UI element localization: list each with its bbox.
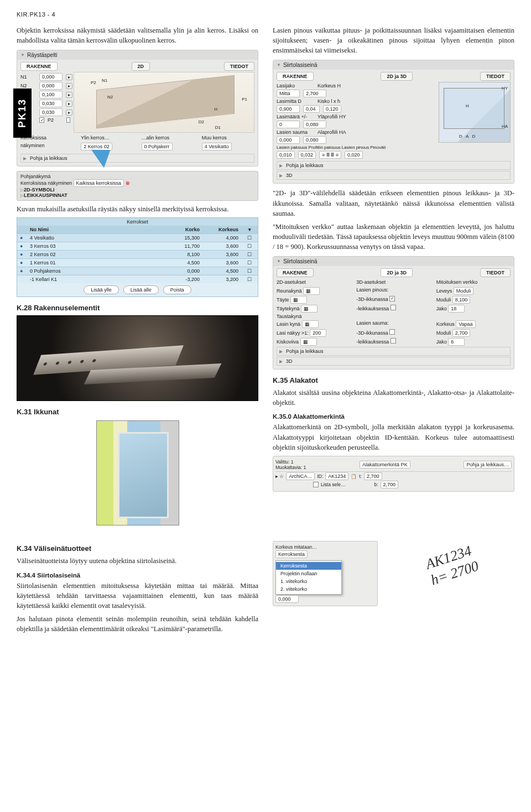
lock-icon[interactable]: ⊗ <box>126 180 130 186</box>
label: Lasin kynä ▦ <box>277 320 351 328</box>
expand-icon[interactable]: ▶ <box>279 349 283 354</box>
dropdown-alin[interactable]: 0 Pohjakerr <box>142 143 173 150</box>
label: Korkeus Vapaa <box>436 320 511 328</box>
stepper-icon[interactable]: ▸ <box>66 74 72 80</box>
tab-rakenne[interactable]: RAKENNE <box>277 268 314 277</box>
menu-item[interactable]: Kerroksesta <box>276 562 341 570</box>
tab-tiedot[interactable]: TIEDOT <box>480 268 511 277</box>
input[interactable]: 6 <box>448 338 465 346</box>
label-n1: N1 <box>20 74 36 80</box>
input[interactable]: Vapaa <box>456 320 475 328</box>
input[interactable]: 2,700 <box>452 329 471 337</box>
stepper-icon[interactable]: ▸ <box>66 101 72 107</box>
input[interactable]: 0,010 <box>277 151 295 159</box>
input[interactable]: Moduli <box>454 287 474 295</box>
menu-item[interactable]: 2. viitekorko <box>276 585 341 593</box>
label <box>436 314 511 319</box>
left-column: Objektin kerroksissa näkymistä säädetään… <box>17 25 258 532</box>
input-d2[interactable]: 0,030 <box>39 108 63 116</box>
input[interactable]: 0,000 <box>277 136 300 144</box>
table-row[interactable]: ●0 Pohjakerros0,0004,500☐ <box>17 267 258 275</box>
label: Yläprofiili HY <box>317 114 355 119</box>
tab-rakenne[interactable]: RAKENNE <box>20 62 58 71</box>
col-val: näkyminen <box>20 143 73 150</box>
object-name[interactable]: Alakattomerkintä PK <box>360 461 410 469</box>
btn-lisaa-ylle[interactable]: Lisää ylle <box>84 285 119 294</box>
input-n2[interactable]: 0,000 <box>39 82 63 90</box>
input[interactable]: 0,000 <box>275 595 299 603</box>
side-tab: PK13 <box>13 89 32 138</box>
input[interactable]: 0,120 <box>323 105 341 113</box>
label: Täytekynä ▦ <box>277 305 351 313</box>
input[interactable]: 0,080 <box>303 136 326 144</box>
table-row[interactable]: ●1 Kerros 014,5003,600☐ <box>17 258 258 267</box>
tab-tiedot[interactable]: TIEDOT <box>224 62 254 71</box>
label: -3D-ikkunassa <box>356 296 430 304</box>
tab-2d3d[interactable]: 2D ja 3D <box>381 72 413 81</box>
stepper-icon[interactable]: ▸ <box>66 92 72 98</box>
input-id[interactable]: AK1234 <box>325 472 348 480</box>
input-h[interactable]: 0,100 <box>39 91 63 98</box>
label: Lasien pinous: <box>356 287 430 295</box>
btn-poista[interactable]: Poista <box>163 285 191 294</box>
label[interactable]: Pohja ja leikkaus <box>286 163 324 168</box>
collapse-icon[interactable]: ▼ <box>277 259 281 264</box>
collapse-icon[interactable]: ▼ <box>20 53 25 58</box>
col-head: Ylin kerros… <box>81 135 133 140</box>
dropdown[interactable]: Pohja ja leikkaus… <box>464 461 512 469</box>
label: Pinoväli <box>370 145 386 150</box>
checkbox-p1[interactable] <box>39 117 44 123</box>
input-d1[interactable]: 0,030 <box>39 100 63 107</box>
expand-icon[interactable]: ▶ <box>279 359 283 364</box>
input[interactable]: 0,080 <box>303 121 326 128</box>
input[interactable]: 0 <box>277 121 300 128</box>
tab-2d[interactable]: 2D <box>132 62 150 71</box>
label[interactable]: Pohja ja leikkaus <box>286 348 324 354</box>
tab-2d3d[interactable]: 2D ja 3D <box>381 268 413 277</box>
table-row[interactable]: ●2 Kerros 028,1003,600☐ <box>17 250 258 258</box>
expand-icon[interactable]: ▶ <box>279 173 283 178</box>
label[interactable]: 3D <box>286 173 293 178</box>
input[interactable]: 0,020 <box>345 151 363 159</box>
input[interactable]: 0,04 <box>303 105 320 113</box>
dropdown-kerrokset[interactable]: Kaikissa kerroksissa <box>74 179 124 187</box>
alakatto-toolbar: Valittu: 1Muokattavia: 1 Alakattomerkint… <box>273 456 514 492</box>
btn-lisaa-alle[interactable]: Lisää alle <box>123 285 159 294</box>
input-n1[interactable]: 0,000 <box>39 73 63 81</box>
pohja-label[interactable]: Pohja ja leikkaus <box>30 155 67 161</box>
collapse-icon[interactable]: ▼ <box>277 63 281 67</box>
input[interactable]: 0,900 <box>277 105 300 113</box>
menu-item[interactable]: 1. viitekorko <box>276 577 341 585</box>
table-row[interactable]: -1 Kellari K1-3,2003,200☐ <box>17 275 258 283</box>
stepper-icon[interactable]: ▸ <box>66 83 72 89</box>
body-text: Väliseinätuotteista löytyy uutena objekt… <box>17 556 258 566</box>
expand-icon[interactable]: ▶ <box>279 163 283 168</box>
input[interactable]: 2,700 <box>381 481 399 488</box>
panel-title: Siirtolasiseinä <box>283 258 317 264</box>
dropdown-menu[interactable]: Kerroksesta Projektin nollaan 1. viiteko… <box>275 560 342 595</box>
label: Moduli 8,100 <box>436 296 511 304</box>
tab-tiedot[interactable]: TIEDOT <box>480 72 511 81</box>
expand-icon[interactable]: ▶ <box>23 156 27 161</box>
checkbox-p2[interactable] <box>66 117 70 123</box>
label[interactable]: 3D <box>286 358 293 364</box>
checkbox[interactable] <box>313 482 319 487</box>
tab-rakenne[interactable]: RAKENNE <box>277 72 314 81</box>
pinous-icons[interactable]: ≡ Ⅲ Ⅲ ≡ <box>319 151 341 159</box>
link[interactable]: ArchiCA… <box>286 472 315 480</box>
label: Leveys Moduli <box>436 287 511 295</box>
dropdown-mitta[interactable]: Mitta <box>277 90 300 97</box>
input[interactable]: 8,100 <box>452 296 471 304</box>
input[interactable]: 2,700 <box>303 90 326 97</box>
label: t: <box>359 473 362 479</box>
dropdown-muu[interactable]: 4 Vesikatto <box>202 143 232 150</box>
dropdown[interactable]: Kerroksesta <box>275 550 308 558</box>
stepper-icon[interactable]: ▸ <box>66 110 72 116</box>
menu-item[interactable]: Projektin nollaan <box>276 570 341 577</box>
input[interactable]: 2,700 <box>364 472 382 480</box>
table-row[interactable]: ●3 Kerros 0311,7003,600☐ <box>17 242 258 250</box>
input[interactable]: 18 <box>448 305 465 313</box>
input[interactable]: 0,032 <box>298 151 316 159</box>
3d-wall-preview: HY H HA D A D <box>439 82 511 143</box>
table-row[interactable]: ●4 Vesikatto15,3004,000☐ <box>17 233 258 242</box>
